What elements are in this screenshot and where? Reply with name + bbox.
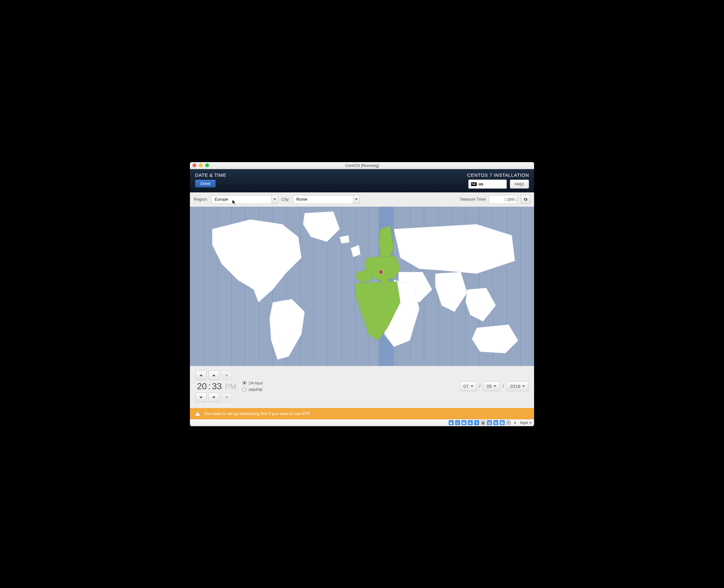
radio-ampm[interactable]: AM/PM xyxy=(242,387,263,392)
ampm-down-button xyxy=(221,393,232,402)
date-separator: / xyxy=(502,383,503,389)
month-value: 07 xyxy=(463,383,469,389)
city-input[interactable] xyxy=(293,197,353,202)
chevron-down-icon xyxy=(273,198,276,200)
vm-usb-icon[interactable]: ⇅ xyxy=(474,420,479,425)
ampm-up-button xyxy=(221,371,232,380)
city-label: City: xyxy=(282,197,290,202)
chevron-up-icon xyxy=(212,374,215,376)
timezone-map[interactable] xyxy=(190,207,534,366)
vm-audio-icon[interactable]: ▣ xyxy=(461,420,467,425)
vm-display-icon[interactable]: ▥ xyxy=(487,420,492,425)
city-dropdown-button[interactable] xyxy=(353,195,359,204)
region-input[interactable] xyxy=(212,197,271,202)
time-colon: : xyxy=(208,381,211,392)
chevron-down-icon xyxy=(212,397,215,398)
chevron-down-icon xyxy=(355,198,357,200)
chevron-down-icon xyxy=(494,385,496,387)
hours-down-button[interactable] xyxy=(196,393,206,402)
chevron-down-icon xyxy=(471,385,473,387)
radio-24h-label: 24-hour xyxy=(249,381,263,385)
close-window-button[interactable] xyxy=(192,163,196,167)
radio-ampm-label: AM/PM xyxy=(249,387,262,392)
vm-statusbar: ◉ ◎ ▣ 🖧 ⇅ ▦ ▥ ▤ ▦ ⌖ ⬇ Right ⌘ xyxy=(190,419,534,426)
vm-hostkey-icon[interactable]: ⬇ xyxy=(512,420,518,425)
hours-up-button[interactable] xyxy=(196,371,206,380)
time-format-radios: 24-hour AM/PM xyxy=(242,381,263,392)
ampm-value: PM xyxy=(225,382,236,391)
region-label: Region: xyxy=(194,197,208,202)
city-combo[interactable] xyxy=(293,195,360,204)
toggle-empty-slot xyxy=(489,195,504,204)
window-title: CentOS [Running] xyxy=(190,163,534,168)
datetime-controls: 20 : 33 PM 24-hour AM/PM xyxy=(190,366,534,408)
time-display: 20 : 33 PM xyxy=(196,381,238,392)
date-separator: / xyxy=(479,383,480,389)
chevron-up-icon xyxy=(200,374,203,376)
hours-value: 20 xyxy=(197,381,207,392)
keyboard-layout-value: us xyxy=(479,182,483,186)
region-toolbar: Region: City: Network Time OFF xyxy=(190,192,534,207)
warning-bar: You need to set up networking first if y… xyxy=(190,408,534,419)
ntp-settings-button[interactable] xyxy=(521,195,530,204)
vm-window: CentOS [Running] DATE & TIME Done CENTOS… xyxy=(190,162,534,426)
vm-hdd-icon[interactable]: ◉ xyxy=(449,420,454,425)
year-value: 2018 xyxy=(510,383,520,389)
gear-icon xyxy=(523,197,528,202)
vm-disc-icon[interactable]: ◎ xyxy=(455,420,460,425)
chevron-up-icon xyxy=(225,374,228,376)
time-spinners: 20 : 33 PM xyxy=(196,371,238,402)
year-select[interactable]: 2018 xyxy=(506,381,528,391)
region-dropdown-button[interactable] xyxy=(271,195,278,204)
hostkey-label: Right xyxy=(520,421,528,425)
vm-shared-icon[interactable]: ▦ xyxy=(480,420,485,425)
vm-mouse-icon[interactable]: ⌖ xyxy=(506,420,511,425)
radio-24h[interactable]: 24-hour xyxy=(242,381,263,385)
mac-titlebar: CentOS [Running] xyxy=(190,162,534,169)
install-title: CENTOS 7 INSTALLATION xyxy=(467,172,529,178)
mouse-cursor xyxy=(232,200,236,205)
chevron-down-icon xyxy=(225,397,228,398)
day-select[interactable]: 05 xyxy=(483,381,500,391)
date-selectors: 07 / 05 / 2018 xyxy=(460,381,528,391)
vm-record-icon[interactable]: ▤ xyxy=(493,420,498,425)
zoom-window-button[interactable] xyxy=(205,163,209,167)
minutes-value: 33 xyxy=(212,381,222,392)
minutes-down-button[interactable] xyxy=(208,393,219,402)
radio-icon xyxy=(242,381,247,385)
day-value: 05 xyxy=(487,383,492,389)
region-combo[interactable] xyxy=(211,195,278,204)
month-select[interactable]: 07 xyxy=(460,381,477,391)
vm-settings-icon[interactable]: ▦ xyxy=(500,420,505,425)
page-title: DATE & TIME xyxy=(195,172,226,178)
traffic-lights xyxy=(192,163,209,167)
installer-header: DATE & TIME Done CENTOS 7 INSTALLATION u… xyxy=(190,169,534,192)
minutes-up-button[interactable] xyxy=(208,371,219,380)
done-button[interactable]: Done xyxy=(195,180,216,188)
location-marker xyxy=(379,270,383,274)
minimize-window-button[interactable] xyxy=(199,163,203,167)
cmd-glyph: ⌘ xyxy=(529,421,532,425)
world-continents xyxy=(190,207,534,366)
radio-icon xyxy=(242,387,247,392)
network-time-toggle[interactable]: OFF xyxy=(489,195,518,204)
network-time-label: Network Time xyxy=(460,197,485,202)
keyboard-icon xyxy=(471,182,477,186)
toggle-off-label: OFF xyxy=(504,197,517,201)
vm-network-icon[interactable]: 🖧 xyxy=(468,420,473,425)
help-button[interactable]: Help! xyxy=(510,180,529,189)
warning-text: You need to set up networking first if y… xyxy=(204,411,310,416)
warning-icon xyxy=(195,411,200,416)
chevron-down-icon xyxy=(200,397,203,398)
chevron-down-icon xyxy=(522,385,525,387)
keyboard-layout-indicator[interactable]: us xyxy=(469,180,507,189)
